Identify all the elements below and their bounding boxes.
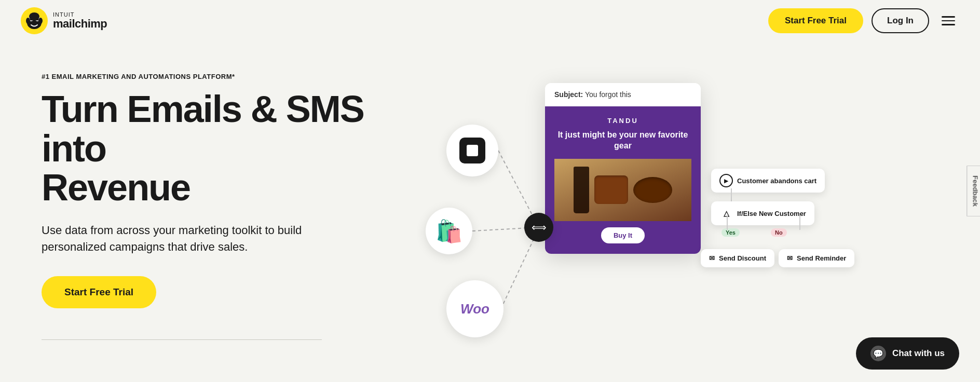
product-pouch	[633, 177, 672, 203]
product-bottle	[574, 167, 589, 213]
header-start-trial-button[interactable]: Start Free Trial	[768, 8, 863, 33]
condition-icon: △	[719, 207, 733, 220]
arrows-icon: ⟺	[532, 221, 547, 234]
logo-icon	[21, 7, 48, 34]
shopify-icon: 🛍️	[435, 219, 462, 244]
svg-point-8	[38, 18, 43, 24]
logo-text: INTUIT mailchimp	[53, 11, 107, 30]
square-icon	[459, 138, 485, 163]
trigger-icon: ▶	[719, 174, 733, 187]
menu-line	[942, 16, 955, 18]
logo: INTUIT mailchimp	[21, 7, 107, 34]
email-product-image	[554, 159, 691, 221]
send-reminder-label: Send Reminder	[797, 254, 846, 262]
email-send-icon: ✉	[709, 254, 715, 262]
header-login-button[interactable]: Log In	[872, 8, 929, 33]
flow-branches: Yes No	[722, 228, 787, 237]
flow-right-connector	[799, 215, 800, 230]
automation-send-reminder-card: ✉ Send Reminder	[779, 249, 854, 267]
trigger-label: Customer abandons cart	[737, 177, 816, 185]
automation-trigger-card: ▶ Customer abandons cart	[711, 169, 825, 193]
square-inner-icon	[467, 145, 478, 156]
flow-left-connector	[727, 215, 728, 230]
email-brand-name: TANDU	[554, 117, 691, 125]
email-send-icon: ✉	[787, 254, 793, 262]
automation-send-discount-card: ✉ Send Discount	[701, 249, 774, 267]
center-hub-node: ⟺	[524, 213, 553, 242]
email-subject-line: Subject: You forgot this	[545, 83, 701, 106]
chat-label: Chat with us	[892, 348, 945, 359]
shopify-integration-bubble: 🛍️	[426, 208, 472, 254]
chat-icon: 💬	[870, 346, 886, 361]
email-buy-button[interactable]: Buy It	[601, 227, 645, 243]
menu-line	[942, 24, 955, 25]
menu-line	[942, 20, 955, 22]
chat-button[interactable]: 💬 Chat with us	[856, 337, 959, 370]
hamburger-menu-button[interactable]	[937, 12, 959, 30]
header-nav: Start Free Trial Log In	[768, 8, 959, 33]
feedback-tab[interactable]: Feedback	[967, 166, 980, 216]
hero-right-column: 🛍️ Woo ⟺ Subject: You forgot this TANDU …	[394, 62, 938, 382]
condition-label: If/Else New Customer	[737, 210, 806, 217]
hero-left-column: #1 EMAIL MARKETING AND AUTOMATIONS PLATF…	[42, 62, 374, 340]
hero-cta-button[interactable]: Start Free Trial	[42, 276, 156, 308]
svg-point-6	[29, 12, 39, 21]
send-discount-label: Send Discount	[719, 254, 766, 262]
product-bag	[594, 175, 628, 204]
hero-subtext: Use data from across your marketing tool…	[42, 222, 311, 255]
woo-label: Woo	[460, 301, 489, 317]
site-header: INTUIT mailchimp Start Free Trial Log In	[0, 0, 980, 42]
hero-tagline: #1 EMAIL MARKETING AND AUTOMATIONS PLATF…	[42, 73, 374, 80]
svg-point-7	[26, 18, 30, 24]
hero-heading: Turn Emails & SMS into Revenue	[42, 90, 374, 208]
hero-divider	[42, 339, 322, 340]
no-branch-label: No	[771, 228, 787, 237]
yes-branch-label: Yes	[722, 228, 740, 237]
email-copy-text: It just might be your new favorite gear	[554, 130, 691, 152]
main-content: #1 EMAIL MARKETING AND AUTOMATIONS PLATF…	[0, 42, 980, 382]
email-body: TANDU It just might be your new favorite…	[545, 106, 701, 254]
email-preview-card: Subject: You forgot this TANDU It just m…	[545, 83, 701, 254]
square-integration-bubble	[446, 125, 498, 176]
woo-integration-bubble: Woo	[446, 280, 503, 337]
